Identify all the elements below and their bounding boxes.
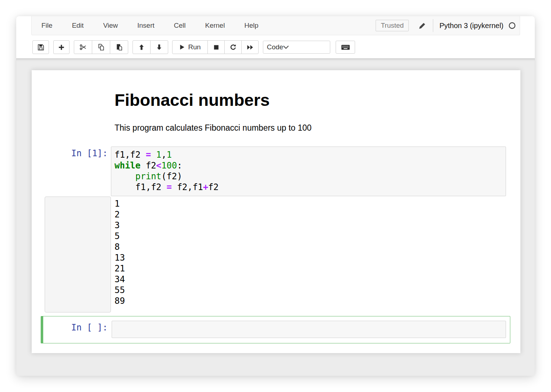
menus: File Edit View Insert Cell Kernel Help — [32, 16, 268, 35]
move-cell-down-button[interactable] — [150, 40, 168, 54]
move-button-group — [133, 40, 168, 54]
paste-icon — [116, 44, 123, 51]
code-lines: f1,f2 = 1,1while f2<100: print(f2) f1,f2… — [115, 149, 503, 193]
menu-file[interactable]: File — [32, 16, 62, 35]
cut-button[interactable] — [74, 40, 92, 54]
header-divider — [433, 19, 433, 32]
code-input-area[interactable]: f1,f2 = 1,1while f2<100: print(f2) f1,f2… — [111, 147, 506, 196]
cell-type-value: Code — [267, 43, 283, 51]
menu-view[interactable]: View — [93, 16, 127, 35]
empty-code-input[interactable] — [112, 321, 506, 338]
menu-edit[interactable]: Edit — [62, 16, 94, 35]
markdown-paragraph: This program calculates Fibonacci number… — [115, 123, 312, 133]
menu-bar: File Edit View Insert Cell Kernel Help T… — [31, 16, 520, 35]
cell-type-select[interactable]: Code — [263, 41, 330, 54]
notebook-body: Fibonacci numbers This program calculate… — [16, 58, 535, 376]
input-prompt: In [1]: — [32, 148, 108, 159]
save-button[interactable] — [32, 40, 49, 54]
scissors-icon — [80, 44, 87, 51]
keyboard-icon — [341, 44, 350, 51]
run-button-group: Run — [172, 40, 259, 54]
menu-kernel[interactable]: Kernel — [195, 16, 234, 35]
move-cell-up-button[interactable] — [133, 40, 151, 54]
markdown-heading: Fibonacci numbers — [115, 91, 270, 109]
plus-icon — [58, 44, 64, 50]
copy-button[interactable] — [92, 40, 110, 54]
run-button[interactable]: Run — [172, 40, 208, 54]
trusted-badge[interactable]: Trusted — [376, 20, 409, 31]
menu-insert[interactable]: Insert — [127, 16, 164, 35]
restart-kernel-button[interactable] — [224, 40, 242, 54]
notebook-app-window: File Edit View Insert Cell Kernel Help T… — [16, 16, 535, 376]
arrow-down-icon — [156, 44, 162, 50]
play-icon — [179, 44, 185, 50]
arrow-up-icon — [138, 44, 145, 50]
stop-icon — [213, 44, 219, 50]
toolbar: Run Code — [16, 35, 535, 58]
pencil-icon — [418, 22, 426, 30]
interrupt-kernel-button[interactable] — [207, 40, 225, 54]
header: File Edit View Insert Cell Kernel Help T… — [16, 16, 535, 58]
copy-icon — [98, 44, 105, 51]
chevron-down-icon — [283, 45, 289, 49]
kernel-cluster: Trusted Python 3 (ipykernel) — [376, 16, 520, 35]
run-label: Run — [188, 43, 201, 51]
insert-cell-below-button[interactable] — [53, 40, 70, 54]
fast-forward-icon — [247, 44, 254, 51]
edit-title-button[interactable] — [418, 22, 426, 30]
paste-button[interactable] — [110, 40, 128, 54]
command-palette-button[interactable] — [336, 41, 355, 54]
notebook-container: Fibonacci numbers This program calculate… — [32, 70, 520, 353]
restart-run-all-button[interactable] — [241, 40, 259, 54]
menu-help[interactable]: Help — [234, 16, 268, 35]
restart-icon — [230, 44, 237, 51]
output-collapser[interactable] — [45, 197, 111, 312]
save-icon — [37, 44, 44, 51]
empty-input-prompt: In [ ]: — [32, 322, 108, 333]
kernel-idle-circle-icon — [508, 22, 516, 30]
output-text: 123581321345589 — [115, 198, 125, 306]
kernel-name: Python 3 (ipykernel) — [439, 22, 503, 30]
edit-button-group — [74, 40, 128, 54]
menu-cell[interactable]: Cell — [164, 16, 196, 35]
